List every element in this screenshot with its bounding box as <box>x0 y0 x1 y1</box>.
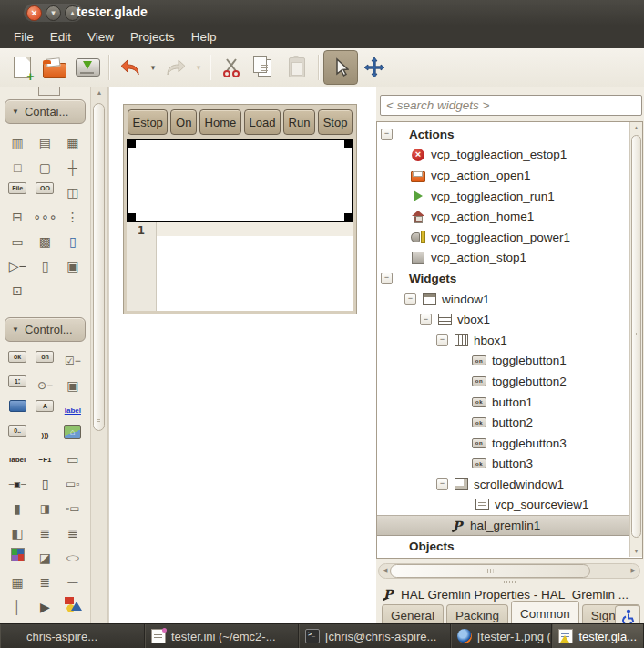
menu-view[interactable]: View <box>79 27 122 46</box>
drag-resize-button[interactable] <box>358 51 391 84</box>
tree-row[interactable]: vbox1 <box>377 309 642 330</box>
palette-icon-label[interactable]: label <box>5 449 29 469</box>
save-button[interactable] <box>71 51 104 84</box>
palette-icon-viewport[interactable]: ▯ <box>33 256 56 276</box>
palette-icon-accellabel[interactable]: −F1 <box>33 449 56 469</box>
palette-icon-hbuttonbox[interactable]: OO <box>36 182 54 194</box>
tree-row[interactable]: vcp_toggleaction_power1 <box>377 227 642 248</box>
selection-handle[interactable] <box>128 213 136 221</box>
design-window1[interactable]: Estop On Home Load Run Stop 1 <box>123 104 357 314</box>
palette-icon-entry[interactable] <box>9 400 26 412</box>
palette-icon-hruler[interactable]: ▭ <box>5 231 29 252</box>
expander-icon[interactable] <box>381 129 393 140</box>
expander-icon[interactable] <box>436 334 448 346</box>
palette-icon-vseparator[interactable]: │ <box>5 597 29 617</box>
tree-scrollbar-thumb[interactable] <box>631 135 641 538</box>
copy-button[interactable] <box>248 51 281 84</box>
tree-row[interactable]: Actions <box>377 124 642 145</box>
task-tester-ini[interactable]: tester.ini (~/emc2-... <box>145 624 299 648</box>
design-button[interactable]: On <box>170 109 197 135</box>
selection-handle[interactable] <box>128 139 136 148</box>
palette-icon-hseparator-oval[interactable]: ◯ <box>61 553 85 562</box>
menu-help[interactable]: Help <box>183 27 225 46</box>
tree-row[interactable]: togglebutton3 <box>377 433 642 454</box>
sourceview-text-area[interactable] <box>157 222 353 311</box>
palette-scrollbar-thumb[interactable] <box>93 103 105 431</box>
palette-icon-volumebutton[interactable]: ))) <box>33 425 56 445</box>
selector-button[interactable] <box>323 50 358 85</box>
palette-icon-drawingarea[interactable] <box>64 597 82 612</box>
palette-icon-textentry[interactable]: ▭ <box>61 449 85 469</box>
palette-icon-vbuttonbox[interactable]: ⋮ <box>61 207 85 227</box>
palette-icon-vscale[interactable]: ▯ <box>33 474 56 494</box>
open-button[interactable] <box>38 51 71 84</box>
tree-row[interactable]: vcp_sourceview1 <box>377 495 642 516</box>
palette-icon-vbox[interactable]: ▤ <box>33 133 56 153</box>
selected-hal-gremlin-widget[interactable] <box>127 139 353 222</box>
menu-projects[interactable]: Projects <box>122 27 183 46</box>
palette-icon-table[interactable]: ▦ <box>61 133 85 153</box>
expander-icon[interactable] <box>436 478 448 490</box>
design-canvas[interactable]: Estop On Home Load Run Stop 1 <box>108 87 376 624</box>
expander-icon[interactable] <box>420 314 432 325</box>
tree-row[interactable]: vcp_toggleaction_estop1 <box>377 145 642 166</box>
tree-row[interactable]: button3 <box>377 454 642 475</box>
task-chris-aspire[interactable]: chris-aspire... <box>0 624 145 648</box>
palette-icon-fixed[interactable]: ┼ <box>61 158 85 178</box>
palette-icon-textview2[interactable]: ≣ <box>61 523 85 543</box>
design-button[interactable]: Load <box>244 109 281 135</box>
selection-handle[interactable] <box>344 139 353 148</box>
palette-icon-hscrollbar[interactable]: ◨ <box>33 499 56 519</box>
palette-section-containers[interactable]: ▼ Contai... <box>5 99 86 124</box>
tree-row[interactable]: scrolledwindow1 <box>377 474 642 495</box>
minimize-button[interactable]: ▾ <box>46 5 61 21</box>
palette-icon-filechooserbutton[interactable]: File <box>8 182 26 194</box>
tree-row[interactable]: window1 <box>377 289 642 310</box>
expander-icon[interactable] <box>404 293 416 305</box>
paste-button[interactable] <box>281 51 313 84</box>
palette-icon-buttonbox[interactable]: ∘∘∘ <box>33 207 56 227</box>
palette-section-controls[interactable]: ▼ Control... <box>5 317 86 342</box>
search-input[interactable] <box>380 95 642 116</box>
palette-icon-hscrollbar2[interactable]: ▫▭ <box>61 499 85 519</box>
palette-icon-alignment2[interactable]: ⊡ <box>5 281 29 301</box>
palette-icon-fontbutton[interactable]: A <box>36 400 54 412</box>
palette-icon-iconview[interactable] <box>11 548 25 561</box>
selection-handle[interactable] <box>344 213 353 221</box>
palette-icon-arrow[interactable]: ▶ <box>33 597 56 617</box>
palette-icon-hseparator[interactable]: ── <box>61 572 85 592</box>
undo-button[interactable] <box>114 51 147 84</box>
scroll-right-icon[interactable]: ▶ <box>631 567 636 574</box>
tree-row[interactable]: Widgets <box>377 268 642 289</box>
properties-tab[interactable]: Common <box>511 601 579 624</box>
palette-icon-partial[interactable] <box>38 87 60 96</box>
tree-row[interactable]: vcp_action_home1 <box>377 206 642 227</box>
redo-dropdown[interactable]: ▾ <box>192 63 205 72</box>
tree-row[interactable]: hbox1 <box>377 330 642 351</box>
tree-row[interactable]: button2 <box>377 412 642 433</box>
palette-icon-statusbar[interactable]: 0.. <box>8 425 26 437</box>
palette-icon-alignment[interactable]: ▢ <box>33 158 56 178</box>
horizontal-scrollbar-thumb[interactable] <box>390 564 590 578</box>
scroll-up-icon[interactable]: ▲ <box>91 89 107 96</box>
design-button[interactable]: Home <box>199 109 241 135</box>
scroll-up-icon[interactable]: ▲ <box>630 125 642 130</box>
palette-icon-button[interactable]: ok <box>8 351 26 363</box>
palette-icon-progressbar[interactable]: ▭▫ <box>61 474 85 494</box>
palette-icon-spinbutton[interactable]: 1⁚ <box>8 375 26 387</box>
properties-tab[interactable]: Packing <box>446 604 508 624</box>
sourceview-widget[interactable]: 1 <box>127 222 353 311</box>
palette-icon-hbox[interactable]: ▥ <box>5 133 29 153</box>
tree-row[interactable]: vcp_toggleaction_run1 <box>377 186 642 207</box>
palette-scrollbar[interactable]: ▲ <box>91 87 108 624</box>
tree-row[interactable]: togglebutton1 <box>377 351 642 372</box>
palette-icon-linkbutton[interactable]: label <box>61 400 85 420</box>
menu-file[interactable]: File <box>5 27 42 46</box>
palette-icon-scrolledwindow[interactable]: ▣ <box>61 256 85 276</box>
tree-row[interactable]: vcp_action_stop1 <box>377 248 642 269</box>
palette-icon-calendar[interactable]: ▦ <box>5 572 29 592</box>
palette-icon-radiobutton[interactable]: ⊙− <box>33 375 56 396</box>
cut-button[interactable] <box>215 51 248 84</box>
design-button[interactable]: Estop <box>128 109 168 135</box>
palette-icon-vprogressbar[interactable]: ▮ <box>5 499 29 519</box>
